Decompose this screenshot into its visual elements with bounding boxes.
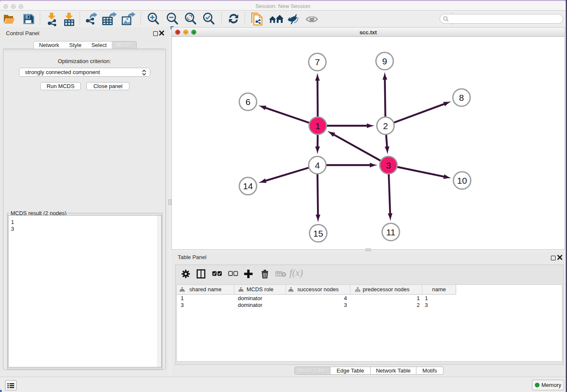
svg-text:15: 15: [313, 229, 323, 238]
svg-text:14: 14: [243, 181, 253, 191]
svg-text:6: 6: [245, 97, 250, 107]
svg-text:10: 10: [457, 176, 467, 185]
svg-text:8: 8: [459, 93, 464, 102]
svg-text:1: 1: [315, 121, 320, 131]
svg-text:4: 4: [315, 160, 320, 170]
svg-text:11: 11: [386, 227, 396, 237]
svg-text:7: 7: [315, 57, 320, 67]
svg-text:3: 3: [386, 160, 391, 170]
svg-text:2: 2: [383, 121, 388, 131]
svg-text:9: 9: [382, 56, 387, 66]
